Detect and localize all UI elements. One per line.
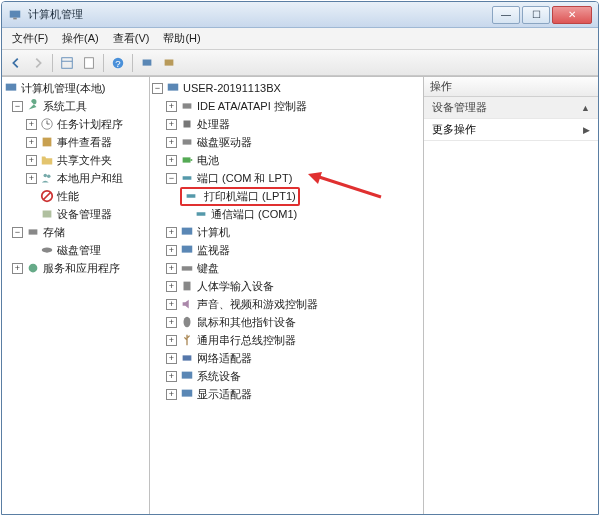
tree-label: IDE ATA/ATAPI 控制器 <box>197 99 307 114</box>
tree-label: 本地用户和组 <box>57 171 123 186</box>
menu-action[interactable]: 操作(A) <box>56 29 105 48</box>
device-lpt1[interactable]: 打印机端口 (LPT1) <box>150 187 423 205</box>
device-keyboard[interactable]: + 键盘 <box>150 259 423 277</box>
svg-rect-22 <box>184 121 191 128</box>
device-sound[interactable]: + 声音、视频和游戏控制器 <box>150 295 423 313</box>
tree-storage[interactable]: − 存储 <box>2 223 149 241</box>
expand-icon[interactable]: + <box>166 155 177 166</box>
computer-icon <box>4 81 18 95</box>
expand-icon[interactable]: + <box>26 137 37 148</box>
minimize-button[interactable]: — <box>492 6 520 24</box>
forward-button[interactable] <box>28 53 48 73</box>
tree-task-scheduler[interactable]: + 任务计划程序 <box>2 115 149 133</box>
tree-root[interactable]: 计算机管理(本地) <box>2 79 149 97</box>
tree-shared-folders[interactable]: + 共享文件夹 <box>2 151 149 169</box>
collapse-icon[interactable]: − <box>152 83 163 94</box>
collapse-icon[interactable]: − <box>12 227 23 238</box>
actions-device-manager[interactable]: 设备管理器 ▲ <box>424 97 598 119</box>
tree-label: 计算机管理(本地) <box>21 81 105 96</box>
device-battery[interactable]: + 电池 <box>150 151 423 169</box>
device-sysdev[interactable]: + 系统设备 <box>150 367 423 385</box>
expand-spacer <box>26 209 37 220</box>
users-icon <box>40 171 54 185</box>
svg-rect-2 <box>62 57 73 68</box>
expand-icon[interactable]: + <box>166 335 177 346</box>
expand-icon[interactable]: + <box>166 281 177 292</box>
actions-more[interactable]: 更多操作 ▶ <box>424 119 598 141</box>
toolbar-refresh-button[interactable] <box>159 53 179 73</box>
device-computer[interactable]: + 计算机 <box>150 223 423 241</box>
tree-label: 声音、视频和游戏控制器 <box>197 297 318 312</box>
tree-performance[interactable]: 性能 <box>2 187 149 205</box>
svg-rect-16 <box>43 211 52 218</box>
device-hid[interactable]: + 人体学输入设备 <box>150 277 423 295</box>
monitor-icon <box>180 243 194 257</box>
close-button[interactable]: ✕ <box>552 6 592 24</box>
tree-label: 事件查看器 <box>57 135 112 150</box>
device-monitor[interactable]: + 监视器 <box>150 241 423 259</box>
device-cpu[interactable]: + 处理器 <box>150 115 423 133</box>
svg-text:?: ? <box>115 57 120 68</box>
device-network[interactable]: + 网络适配器 <box>150 349 423 367</box>
device-root[interactable]: − USER-20191113BX <box>150 79 423 97</box>
device-display[interactable]: + 显示适配器 <box>150 385 423 403</box>
menubar: 文件(F) 操作(A) 查看(V) 帮助(H) <box>2 28 598 50</box>
keyboard-icon <box>180 261 194 275</box>
expand-icon[interactable]: + <box>166 353 177 364</box>
tree-label: 存储 <box>43 225 65 240</box>
device-ports[interactable]: − 端口 (COM 和 LPT) <box>150 169 423 187</box>
services-icon <box>26 261 40 275</box>
menu-view[interactable]: 查看(V) <box>107 29 156 48</box>
tree-disk-mgmt[interactable]: 磁盘管理 <box>2 241 149 259</box>
expand-icon[interactable]: + <box>166 245 177 256</box>
collapse-icon[interactable]: − <box>166 173 177 184</box>
tree-device-manager[interactable]: 设备管理器 <box>2 205 149 223</box>
svg-point-33 <box>184 317 191 328</box>
window-buttons: — ☐ ✕ <box>492 6 592 24</box>
toolbar-help-button[interactable]: ? <box>108 53 128 73</box>
tree-label: 设备管理器 <box>57 207 112 222</box>
toolbar-properties-button[interactable] <box>79 53 99 73</box>
expand-icon[interactable]: + <box>26 155 37 166</box>
expand-icon[interactable]: + <box>26 119 37 130</box>
device-ide[interactable]: + IDE ATA/ATAPI 控制器 <box>150 97 423 115</box>
toolbar-view-button[interactable] <box>57 53 77 73</box>
device-mouse[interactable]: + 鼠标和其他指针设备 <box>150 313 423 331</box>
expand-icon[interactable]: + <box>166 317 177 328</box>
expand-icon[interactable]: + <box>166 119 177 130</box>
tree-system-tools[interactable]: − 系统工具 <box>2 97 149 115</box>
window-title: 计算机管理 <box>28 7 492 22</box>
menu-file[interactable]: 文件(F) <box>6 29 54 48</box>
back-button[interactable] <box>6 53 26 73</box>
tree-label: 电池 <box>197 153 219 168</box>
tree-local-users[interactable]: + 本地用户和组 <box>2 169 149 187</box>
toolbar-scan-button[interactable] <box>137 53 157 73</box>
svg-rect-31 <box>182 266 193 270</box>
highlight-box: 打印机端口 (LPT1) <box>180 187 300 206</box>
expand-icon[interactable]: + <box>166 371 177 382</box>
tree-label: 网络适配器 <box>197 351 252 366</box>
svg-point-12 <box>44 174 48 178</box>
expand-icon[interactable]: + <box>166 299 177 310</box>
tree-event-viewer[interactable]: + 事件查看器 <box>2 133 149 151</box>
expand-icon[interactable]: + <box>166 101 177 112</box>
svg-line-15 <box>44 193 51 200</box>
device-diskdrv[interactable]: + 磁盘驱动器 <box>150 133 423 151</box>
expand-icon[interactable]: + <box>166 137 177 148</box>
tree-label: 打印机端口 (LPT1) <box>204 190 296 202</box>
svg-rect-26 <box>183 176 192 180</box>
expand-icon[interactable]: + <box>12 263 23 274</box>
device-com1[interactable]: 通信端口 (COM1) <box>150 205 423 223</box>
svg-rect-11 <box>43 138 52 147</box>
menu-help[interactable]: 帮助(H) <box>157 29 206 48</box>
expand-icon[interactable]: + <box>166 389 177 400</box>
expand-icon[interactable]: + <box>26 173 37 184</box>
collapse-icon[interactable]: − <box>12 101 23 112</box>
expand-icon[interactable]: + <box>166 263 177 274</box>
svg-rect-34 <box>183 355 192 360</box>
device-usb[interactable]: + 通用串行总线控制器 <box>150 331 423 349</box>
expand-icon[interactable]: + <box>166 227 177 238</box>
tree-services[interactable]: + 服务和应用程序 <box>2 259 149 277</box>
maximize-button[interactable]: ☐ <box>522 6 550 24</box>
sound-icon <box>180 297 194 311</box>
